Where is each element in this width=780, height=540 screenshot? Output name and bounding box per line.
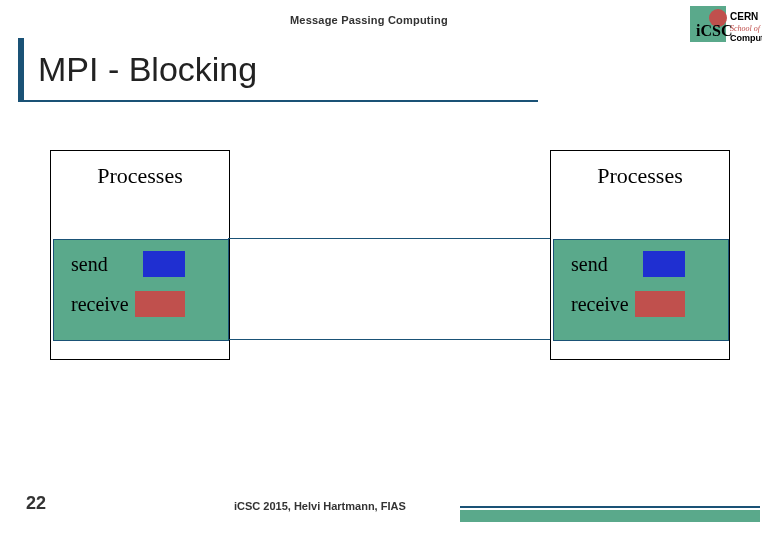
slide: Message Passing Computing iCSC CERN Scho… bbox=[0, 0, 780, 540]
process-box-right: Processes send receive bbox=[550, 150, 730, 360]
page-title: MPI - Blocking bbox=[38, 50, 257, 89]
logo-tagline-b: Computing bbox=[730, 33, 762, 43]
connector bbox=[228, 238, 552, 340]
process-box-left: Processes send receive bbox=[50, 150, 230, 360]
logo-initials: iCSC bbox=[696, 22, 732, 39]
title-wrap: MPI - Blocking bbox=[18, 38, 257, 100]
footer-attribution: iCSC 2015, Helvi Hartmann, FIAS bbox=[234, 500, 406, 512]
logo-org: CERN bbox=[730, 11, 758, 22]
op-receive-left-text: receive bbox=[71, 293, 129, 316]
logo-tagline-a: School of bbox=[730, 24, 762, 33]
op-receive-right-text: receive bbox=[571, 293, 629, 316]
process-label-left: Processes bbox=[51, 163, 229, 189]
swatch-red-right bbox=[635, 291, 685, 317]
op-receive-right: receive bbox=[565, 291, 685, 317]
op-send-left: send bbox=[65, 251, 185, 277]
slide-number: 22 bbox=[26, 493, 46, 514]
swatch-blue-right bbox=[643, 251, 685, 277]
op-send-left-text: send bbox=[71, 253, 108, 276]
op-send-right: send bbox=[565, 251, 685, 277]
logo: iCSC CERN School of Computing bbox=[690, 6, 762, 60]
swatch-red-left bbox=[135, 291, 185, 317]
op-send-right-text: send bbox=[571, 253, 608, 276]
diagram: Processes send receive Processes send re… bbox=[50, 150, 730, 360]
header-subject: Message Passing Computing bbox=[290, 14, 448, 26]
footer-accent-line bbox=[460, 506, 760, 508]
footer-accent-bar bbox=[460, 510, 760, 522]
op-receive-left: receive bbox=[65, 291, 185, 317]
swatch-blue-left bbox=[143, 251, 185, 277]
process-label-right: Processes bbox=[551, 163, 729, 189]
title-underline bbox=[18, 100, 538, 102]
